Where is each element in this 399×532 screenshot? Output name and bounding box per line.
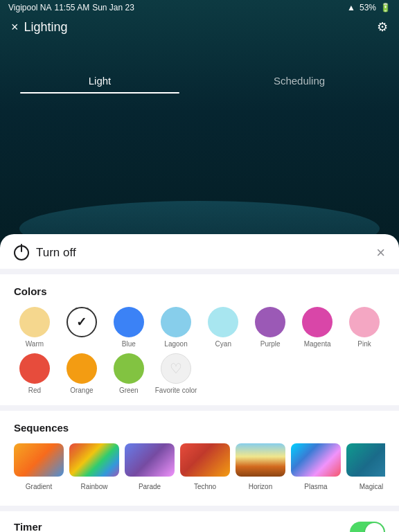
color-item-orange[interactable]: Orange	[61, 353, 103, 394]
sequence-thumb-parade	[125, 443, 175, 477]
color-label-green: Green	[119, 387, 139, 394]
color-item-warm[interactable]: Warm	[14, 307, 55, 348]
sheet-header: Turn off ×	[0, 234, 399, 269]
bottom-sheet: Turn off × Colors Warm Cold Blue	[0, 234, 399, 532]
sequence-thumb-horizon	[236, 443, 285, 477]
sequence-label-techno: Techno	[194, 483, 216, 490]
sequence-thumb-gradient	[14, 443, 64, 477]
color-item-magenta[interactable]: Magenta	[296, 307, 338, 348]
color-label-lagoon: Lagoon	[164, 340, 187, 348]
timer-info: Timer Turn off automatically	[14, 521, 93, 532]
carrier-text: Vigipool NA	[8, 3, 51, 12]
color-item-blue[interactable]: Blue	[108, 307, 150, 348]
color-item-cold[interactable]: Cold	[61, 307, 103, 348]
sequence-thumb-plasma	[291, 443, 341, 477]
close-button[interactable]: ×	[11, 20, 19, 35]
settings-button[interactable]: ⚙	[377, 19, 388, 35]
timer-title: Timer	[14, 521, 93, 532]
sequence-magical[interactable]: Magical	[346, 443, 385, 492]
timer-section: Timer Turn off automatically 03 : 00	[0, 511, 399, 532]
sequences-title: Sequences	[14, 422, 385, 434]
color-item-green[interactable]: Green	[108, 353, 150, 394]
sequence-rainbow[interactable]: Rainbow	[69, 443, 119, 492]
date-text: Sun Jan 23	[92, 3, 134, 12]
sequence-thumb-techno	[180, 443, 230, 477]
color-label-magenta: Magenta	[304, 340, 331, 348]
sequence-techno[interactable]: Techno	[180, 443, 230, 492]
sheet-title-row: Turn off	[14, 245, 76, 260]
color-label-cyan: Cyan	[215, 340, 231, 348]
color-circle-purple	[255, 307, 285, 337]
color-item-cyan[interactable]: Cyan	[202, 307, 244, 348]
sequence-thumb-magical	[346, 443, 385, 477]
tab-scheduling[interactable]: Scheduling	[200, 69, 399, 94]
color-circle-magenta	[302, 307, 332, 337]
color-circle-lagoon	[161, 307, 191, 337]
sequences-row: Gradient Rainbow Parade Techno Horizon P…	[14, 443, 385, 495]
color-circle-cyan	[208, 307, 238, 337]
app-title: Lighting	[24, 20, 68, 35]
battery-icon: 🔋	[380, 3, 391, 12]
wifi-icon: ▲	[347, 3, 355, 12]
color-circle-warm	[19, 307, 50, 337]
color-circle-green	[114, 353, 144, 384]
color-item-pink[interactable]: Pink	[344, 307, 385, 348]
sequence-label-parade: Parade	[139, 483, 161, 490]
sequence-label-magical: Magical	[360, 483, 383, 490]
color-item-purple[interactable]: Purple	[249, 307, 291, 348]
timer-toggle[interactable]	[350, 522, 385, 532]
app-bar-left: × Lighting	[11, 20, 68, 35]
color-label-favorite: Favorite color	[155, 387, 197, 394]
color-circle-cold	[66, 307, 97, 337]
colors-section: Colors Warm Cold Blue Lagoon	[0, 274, 399, 405]
sequence-gradient[interactable]: Gradient	[14, 443, 64, 492]
status-right: ▲ 53% 🔋	[347, 3, 391, 12]
sequence-horizon[interactable]: Horizon	[236, 443, 285, 492]
color-item-favorite[interactable]: ♡ Favorite color	[155, 353, 197, 394]
color-circle-blue	[114, 307, 144, 337]
sheet-close-button[interactable]: ×	[376, 245, 385, 260]
app-bar: × Lighting ⚙	[0, 14, 399, 40]
color-circle-orange	[66, 353, 97, 384]
color-circle-red	[19, 353, 50, 384]
color-label-warm: Warm	[26, 340, 44, 348]
sheet-title: Turn off	[36, 246, 76, 260]
color-label-blue: Blue	[122, 340, 136, 348]
colors-grid: Warm Cold Blue Lagoon Cyan	[14, 307, 385, 394]
color-label-red: Red	[28, 387, 41, 394]
battery-text: 53%	[360, 3, 376, 12]
sequence-label-horizon: Horizon	[249, 483, 272, 490]
tabs: Light Scheduling	[0, 69, 399, 94]
tab-light[interactable]: Light	[0, 69, 200, 94]
color-circle-favorite: ♡	[161, 353, 191, 384]
color-label-orange: Orange	[70, 387, 93, 394]
color-circle-pink	[349, 307, 380, 337]
color-item-red[interactable]: Red	[14, 353, 55, 394]
sequences-section: Sequences Gradient Rainbow Parade Techno…	[0, 411, 399, 506]
colors-title: Colors	[14, 285, 385, 297]
sequence-label-gradient: Gradient	[26, 483, 52, 490]
heart-icon: ♡	[170, 360, 182, 377]
sequence-plasma[interactable]: Plasma	[291, 443, 341, 492]
sequence-label-rainbow: Rainbow	[81, 483, 108, 490]
status-bar: Vigipool NA 11:55 AM Sun Jan 23 ▲ 53% 🔋	[0, 0, 399, 15]
time-text: 11:55 AM	[54, 3, 89, 12]
timer-header: Timer Turn off automatically	[14, 521, 385, 532]
status-left: Vigipool NA 11:55 AM Sun Jan 23	[8, 3, 134, 12]
sequence-thumb-rainbow	[69, 443, 119, 477]
sequence-parade[interactable]: Parade	[125, 443, 175, 492]
color-item-lagoon[interactable]: Lagoon	[155, 307, 197, 348]
color-label-purple: Purple	[260, 340, 281, 348]
color-label-pink: Pink	[357, 340, 371, 348]
power-icon	[14, 245, 29, 260]
sequence-label-plasma: Plasma	[304, 483, 327, 490]
